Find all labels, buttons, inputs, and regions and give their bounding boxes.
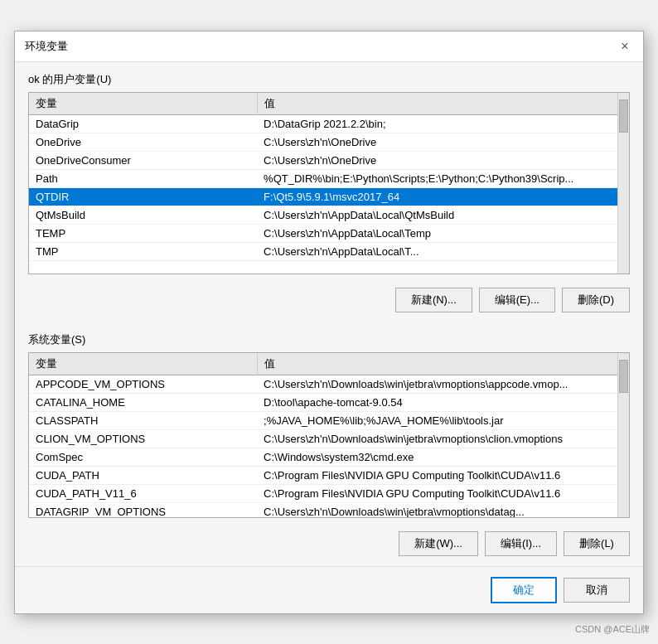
system-table-row[interactable]: DATAGRIP_VM_OPTIONSC:\Users\zh'n\Downloa… bbox=[29, 502, 629, 518]
system-var-cell: CLION_VM_OPTIONS bbox=[29, 429, 257, 448]
user-table-row[interactable]: Path%QT_DIR%\bin;E:\Python\Scripts;E:\Py… bbox=[29, 169, 629, 187]
user-table-row[interactable]: DataGripD:\DataGrip 2021.2.2\bin; bbox=[29, 114, 629, 133]
system-scrollbar[interactable] bbox=[617, 353, 629, 517]
user-var-cell: QTDIR bbox=[29, 187, 257, 206]
system-val-cell: D:\tool\apache-tomcat-9.0.54 bbox=[257, 393, 629, 411]
system-val-cell: C:\Users\zh'n\Downloads\win\jetbra\vmopt… bbox=[257, 502, 629, 518]
user-val-cell: C:\Users\zh'n\AppData\Local\T... bbox=[257, 242, 629, 260]
system-val-cell: C:\Windows\system32\cmd.exe bbox=[257, 448, 629, 466]
user-table-row[interactable]: QtMsBuildC:\Users\zh'n\AppData\Local\QtM… bbox=[29, 206, 629, 224]
system-new-button[interactable]: 新建(W)... bbox=[399, 531, 478, 556]
user-new-button[interactable]: 新建(N)... bbox=[395, 288, 472, 312]
dialog-title: 环境变量 bbox=[25, 39, 68, 54]
user-table-header: 变量 值 bbox=[29, 93, 629, 115]
user-col-val-header: 值 bbox=[257, 93, 629, 115]
user-edit-button[interactable]: 编辑(E)... bbox=[479, 288, 555, 312]
ok-button[interactable]: 确定 bbox=[491, 577, 557, 603]
system-val-cell: ;%JAVA_HOME%\lib;%JAVA_HOME%\lib\tools.j… bbox=[257, 411, 629, 429]
user-delete-button[interactable]: 删除(D) bbox=[562, 288, 630, 312]
title-bar: 环境变量 × bbox=[15, 31, 643, 62]
watermark: CSDN @ACE山牌 bbox=[575, 623, 650, 636]
user-var-cell: TEMP bbox=[29, 224, 257, 242]
user-table-row[interactable]: TEMPC:\Users\zh'n\AppData\Local\Temp bbox=[29, 224, 629, 242]
environment-variables-dialog: 环境变量 × ok 的用户变量(U) 变量 值 DataGripD:\DataG… bbox=[14, 31, 644, 614]
system-col-var-header: 变量 bbox=[29, 353, 257, 375]
user-variables-table-container: 变量 值 DataGripD:\DataGrip 2021.2.2\bin;On… bbox=[28, 92, 630, 274]
system-edit-button[interactable]: 编辑(I)... bbox=[485, 531, 557, 556]
user-table-body: DataGripD:\DataGrip 2021.2.2\bin;OneDriv… bbox=[29, 114, 629, 260]
system-table-row[interactable]: APPCODE_VM_OPTIONSC:\Users\zh'n\Download… bbox=[29, 375, 629, 393]
user-val-cell: C:\Users\zh'n\OneDrive bbox=[257, 151, 629, 169]
cancel-button[interactable]: 取消 bbox=[564, 578, 630, 603]
user-table-row[interactable]: OneDriveConsumerC:\Users\zh'n\OneDrive bbox=[29, 151, 629, 169]
user-table-row[interactable]: OneDriveC:\Users\zh'n\OneDrive bbox=[29, 133, 629, 151]
system-variables-table-container: 变量 值 APPCODE_VM_OPTIONSC:\Users\zh'n\Dow… bbox=[28, 352, 630, 518]
system-val-cell: C:\Program Files\NVIDIA GPU Computing To… bbox=[257, 484, 629, 502]
footer-bar: 确定 取消 bbox=[15, 566, 643, 613]
user-scrollbar[interactable] bbox=[617, 93, 629, 274]
user-section-label: ok 的用户变量(U) bbox=[28, 72, 630, 87]
user-val-cell: C:\Users\zh'n\AppData\Local\QtMsBuild bbox=[257, 206, 629, 224]
system-var-cell: CATALINA_HOME bbox=[29, 393, 257, 411]
user-btn-row: 新建(N)... 编辑(E)... 删除(D) bbox=[15, 281, 643, 322]
system-var-cell: ComSpec bbox=[29, 448, 257, 466]
system-var-cell: CLASSPATH bbox=[29, 411, 257, 429]
user-var-cell: DataGrip bbox=[29, 114, 257, 133]
system-table-row[interactable]: ComSpecC:\Windows\system32\cmd.exe bbox=[29, 448, 629, 466]
system-scrollbar-thumb[interactable] bbox=[619, 360, 628, 393]
user-var-cell: QtMsBuild bbox=[29, 206, 257, 224]
user-var-cell: OneDriveConsumer bbox=[29, 151, 257, 169]
user-var-cell: TMP bbox=[29, 242, 257, 260]
system-table-row[interactable]: CLASSPATH;%JAVA_HOME%\lib;%JAVA_HOME%\li… bbox=[29, 411, 629, 429]
system-var-cell: CUDA_PATH_V11_6 bbox=[29, 484, 257, 502]
system-delete-button[interactable]: 删除(L) bbox=[564, 531, 630, 556]
user-val-cell: D:\DataGrip 2021.2.2\bin; bbox=[257, 114, 629, 133]
system-table-body: APPCODE_VM_OPTIONSC:\Users\zh'n\Download… bbox=[29, 375, 629, 518]
system-val-cell: C:\Users\zh'n\Downloads\win\jetbra\vmopt… bbox=[257, 429, 629, 448]
user-col-var-header: 变量 bbox=[29, 93, 257, 115]
user-variables-section: ok 的用户变量(U) 变量 值 DataGripD:\DataGrip 202… bbox=[15, 62, 643, 281]
user-var-cell: Path bbox=[29, 169, 257, 187]
user-scrollbar-thumb[interactable] bbox=[619, 99, 628, 133]
system-table-header: 变量 值 bbox=[29, 353, 629, 375]
system-val-cell: C:\Users\zh'n\Downloads\win\jetbra\vmopt… bbox=[257, 375, 629, 393]
user-val-cell: F:\Qt5.9\5.9.1\msvc2017_64 bbox=[257, 187, 629, 206]
system-table-row[interactable]: CUDA_PATHC:\Program Files\NVIDIA GPU Com… bbox=[29, 466, 629, 484]
user-val-cell: %QT_DIR%\bin;E:\Python\Scripts;E:\Python… bbox=[257, 169, 629, 187]
system-col-val-header: 值 bbox=[257, 353, 629, 375]
system-section-label: 系统变量(S) bbox=[28, 332, 630, 347]
system-table-row[interactable]: CATALINA_HOMED:\tool\apache-tomcat-9.0.5… bbox=[29, 393, 629, 411]
system-table-row[interactable]: CUDA_PATH_V11_6C:\Program Files\NVIDIA G… bbox=[29, 484, 629, 502]
system-var-cell: DATAGRIP_VM_OPTIONS bbox=[29, 502, 257, 518]
system-btn-row: 新建(W)... 编辑(I)... 删除(L) bbox=[15, 525, 643, 566]
user-table-row[interactable]: QTDIRF:\Qt5.9\5.9.1\msvc2017_64 bbox=[29, 187, 629, 206]
system-val-cell: C:\Program Files\NVIDIA GPU Computing To… bbox=[257, 466, 629, 484]
system-variables-table: 变量 值 APPCODE_VM_OPTIONSC:\Users\zh'n\Dow… bbox=[29, 353, 629, 518]
user-val-cell: C:\Users\zh'n\OneDrive bbox=[257, 133, 629, 151]
user-val-cell: C:\Users\zh'n\AppData\Local\Temp bbox=[257, 224, 629, 242]
system-var-cell: CUDA_PATH bbox=[29, 466, 257, 484]
user-var-cell: OneDrive bbox=[29, 133, 257, 151]
system-var-cell: APPCODE_VM_OPTIONS bbox=[29, 375, 257, 393]
user-variables-table: 变量 值 DataGripD:\DataGrip 2021.2.2\bin;On… bbox=[29, 93, 629, 261]
system-table-row[interactable]: CLION_VM_OPTIONSC:\Users\zh'n\Downloads\… bbox=[29, 429, 629, 448]
system-variables-section: 系统变量(S) 变量 值 APPCODE_VM_OPTIONSC:\Users\… bbox=[15, 322, 643, 525]
close-button[interactable]: × bbox=[617, 38, 633, 55]
user-table-row[interactable]: TMPC:\Users\zh'n\AppData\Local\T... bbox=[29, 242, 629, 260]
